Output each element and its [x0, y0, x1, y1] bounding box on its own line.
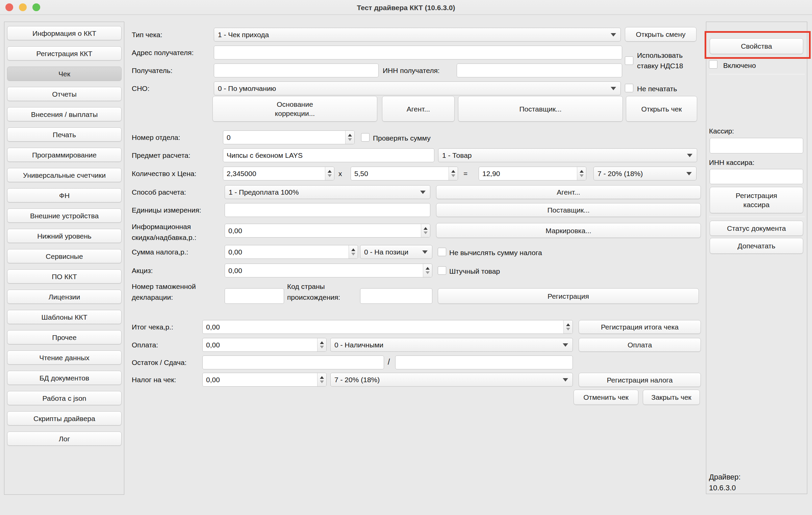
payment-method-select[interactable]: 1 - Предоплата 100% [225, 185, 430, 199]
sidebar-item-service[interactable]: Сервисные [7, 249, 122, 263]
sidebar-item-print[interactable]: Печать [7, 127, 122, 142]
supplier-button[interactable]: Поставщик... [436, 203, 701, 217]
customs-label-line1: Номер таможенной [132, 283, 196, 291]
sidebar-item-doc-db[interactable]: БД документов [7, 371, 122, 385]
stepper-arrows-icon[interactable] [317, 338, 326, 351]
sidebar-item-log[interactable]: Лог [7, 432, 122, 446]
receipt-tax-stepper[interactable]: 0,00 [202, 373, 327, 387]
country-input[interactable] [360, 288, 432, 304]
stepper-arrows-icon[interactable] [421, 224, 430, 237]
cashier-inn-input[interactable] [710, 169, 803, 184]
receipt-tax-rate-select[interactable]: 7 - 20% (18%) [330, 373, 573, 387]
sidebar-item-misc[interactable]: Прочее [7, 330, 122, 344]
sidebar-item-json[interactable]: Работа с json [7, 391, 122, 405]
separator [709, 74, 805, 74]
sidebar-item-licenses[interactable]: Лицензии [7, 290, 122, 304]
close-receipt-button[interactable]: Закрыть чек [643, 390, 700, 405]
sidebar-item-receipt[interactable]: Чек [7, 67, 122, 81]
change-input[interactable] [395, 355, 573, 369]
check-sum-checkbox[interactable] [361, 133, 370, 142]
stepper-arrows-icon[interactable] [325, 167, 334, 180]
recipient-input[interactable] [214, 64, 379, 77]
correction-basis-button[interactable]: Основание коррекции... [212, 96, 377, 122]
print-more-button[interactable]: Допечатать [710, 238, 803, 254]
payment-stepper[interactable]: 0,00 [202, 338, 327, 352]
chevron-down-icon [611, 33, 616, 36]
use-vat18-label-line2: ставку НДС18 [637, 62, 683, 70]
no-tax-calc-checkbox[interactable] [438, 248, 446, 256]
stepper-arrows-icon[interactable] [563, 320, 573, 334]
piece-goods-checkbox[interactable] [438, 266, 446, 275]
receipt-type-select[interactable]: 1 - Чек прихода [214, 28, 621, 42]
sidebar-item-po-kkt[interactable]: ПО ККТ [7, 269, 122, 284]
open-shift-button[interactable]: Открыть смену [625, 27, 696, 42]
sidebar-item-fn[interactable]: ФН [7, 188, 122, 202]
tax-sum-stepper[interactable]: 0,00 [225, 245, 358, 259]
excise-stepper[interactable]: 0,00 [225, 264, 432, 277]
vat-rate-select[interactable]: 7 - 20% (18%) [593, 167, 696, 180]
stepper-arrows-icon[interactable] [449, 167, 458, 180]
discount-label-line1: Информационная [132, 223, 191, 231]
stepper-arrows-icon[interactable] [349, 245, 358, 259]
discount-label-line2: скидка/надбавка,р.: [132, 234, 196, 242]
recipient-address-input[interactable] [214, 46, 622, 59]
recipient-address-label: Адрес получателя: [132, 49, 194, 57]
price-stepper[interactable]: 5,50 [351, 167, 458, 180]
stepper-arrows-icon[interactable] [577, 167, 586, 180]
payment-type-select[interactable]: 0 - Наличными [330, 338, 573, 352]
cashier-registration-button[interactable]: Регистрация кассира [710, 187, 803, 213]
remainder-input[interactable] [202, 355, 384, 369]
customs-label-line2: декларации: [132, 293, 173, 301]
country-label-line2: происхождения: [287, 293, 340, 301]
quantity-stepper[interactable]: 2,345000 [223, 167, 334, 180]
stepper-arrows-icon[interactable] [423, 264, 432, 277]
document-status-button[interactable]: Статус документа [710, 221, 803, 236]
sidebar-item-templates-kkt[interactable]: Шаблоны ККТ [7, 310, 122, 324]
agent-button[interactable]: Агент... [436, 185, 701, 199]
tax-registration-button[interactable]: Регистрация налога [579, 373, 701, 387]
sidebar-item-external-devices[interactable]: Внешние устройства [7, 209, 122, 223]
use-vat18-checkbox[interactable] [625, 56, 633, 65]
registration-button[interactable]: Регистрация [438, 288, 699, 304]
marking-button[interactable]: Маркировка... [436, 223, 701, 238]
sidebar-item-read-data[interactable]: Чтение данных [7, 350, 122, 365]
excise-label: Акциз: [132, 267, 153, 275]
receipt-total-stepper[interactable]: 0,00 [202, 320, 573, 334]
payment-label: Оплата: [132, 341, 158, 349]
stepper-arrows-icon[interactable] [317, 373, 326, 386]
open-receipt-button[interactable]: Открыть чек [626, 96, 697, 122]
agent-top-button[interactable]: Агент... [382, 96, 455, 122]
chevron-down-icon [611, 87, 616, 90]
customs-input[interactable] [225, 288, 284, 304]
sidebar-item-registration-kkt[interactable]: Регистрация ККТ [7, 46, 122, 60]
supplier-top-button[interactable]: Поставщик... [458, 96, 623, 122]
sidebar-item-cash-in-out[interactable]: Внесения / выплаты [7, 107, 122, 121]
cashier-input[interactable] [710, 138, 803, 153]
sidebar-item-low-level[interactable]: Нижний уровень [7, 229, 122, 243]
enabled-checkbox[interactable] [709, 60, 717, 69]
subject-input[interactable]: Чипсы с беконом LAYS [223, 148, 434, 162]
window-title: Тест драйвера ККТ (10.6.3.0) [0, 4, 812, 12]
units-input[interactable] [225, 203, 430, 217]
cancel-receipt-button[interactable]: Отменить чек [574, 390, 638, 405]
sidebar-item-info-kkt[interactable]: Информация о ККТ [7, 26, 122, 40]
chevron-down-icon [687, 154, 692, 157]
no-print-checkbox[interactable] [625, 84, 633, 92]
discount-stepper[interactable]: 0,00 [225, 224, 430, 238]
sidebar-item-reports[interactable]: Отчеты [7, 87, 122, 101]
total-registration-button[interactable]: Регистрация итога чека [579, 320, 701, 334]
sno-select[interactable]: 0 - По умолчанию [214, 81, 621, 95]
sidebar-item-universal-counters[interactable]: Универсальные счетчики [7, 168, 122, 182]
tax-mode-select[interactable]: 0 - На позици [360, 245, 432, 259]
payment-button[interactable]: Оплата [579, 338, 701, 352]
separator [709, 217, 805, 217]
stepper-arrows-icon[interactable] [345, 131, 354, 144]
department-stepper[interactable]: 0 [223, 130, 355, 144]
enabled-label: Включено [723, 62, 756, 70]
subject-type-select[interactable]: 1 - Товар [438, 148, 697, 162]
chevron-down-icon [686, 172, 692, 175]
sidebar-item-driver-scripts[interactable]: Скрипты драйвера [7, 411, 122, 425]
sum-stepper[interactable]: 12,90 [479, 167, 586, 180]
recipient-inn-input[interactable] [457, 64, 622, 77]
sidebar-item-programming[interactable]: Программирование [7, 148, 122, 162]
